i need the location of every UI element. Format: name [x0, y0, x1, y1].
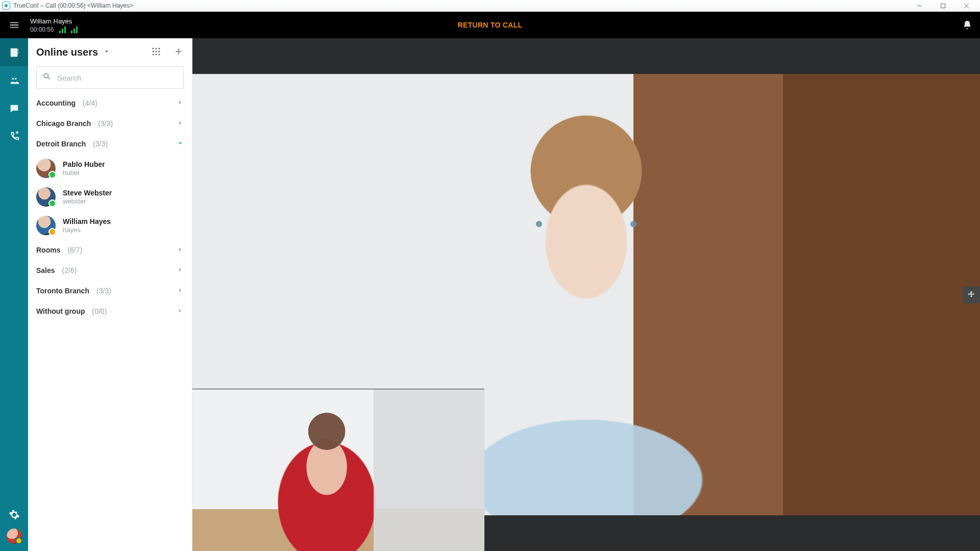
self-avatar[interactable] — [7, 529, 22, 544]
svg-point-3 — [158, 47, 160, 49]
chevron-down-icon — [177, 140, 184, 148]
chevron-right-icon — [177, 287, 184, 295]
nav-settings[interactable] — [0, 500, 28, 529]
app-topbar: William Hayes 00:00:56 RETURN TO CALL — [0, 12, 980, 38]
nav-contacts[interactable] — [0, 38, 28, 66]
svg-point-4 — [153, 51, 154, 52]
svg-point-7 — [153, 54, 154, 55]
menu-button[interactable] — [0, 12, 28, 38]
panel-filter-dropdown[interactable] — [103, 48, 110, 57]
svg-point-9 — [158, 54, 160, 55]
contact-row[interactable]: Steve Webster webster — [28, 183, 192, 211]
add-contact-button[interactable] — [174, 46, 184, 59]
group-toronto[interactable]: Toronto Branch (3/3) — [28, 281, 192, 301]
group-rooms[interactable]: Rooms (6/7) — [28, 240, 192, 260]
chevron-right-icon — [177, 246, 184, 255]
move-handle-button[interactable] — [963, 286, 980, 304]
group-sales[interactable]: Sales (2/6) — [28, 260, 192, 281]
chevron-right-icon — [177, 99, 184, 108]
search-field[interactable] — [36, 66, 184, 89]
window-maximize-button[interactable] — [931, 0, 954, 12]
nav-chat[interactable] — [0, 94, 28, 122]
stage-top-bar — [192, 38, 980, 74]
chevron-right-icon — [177, 119, 184, 128]
window-title: TrueConf – Call (00:00:56) <William Haye… — [13, 2, 133, 9]
contact-row[interactable]: Pablo Huber huber — [28, 154, 192, 183]
chevron-right-icon — [177, 307, 184, 316]
nav-conferences[interactable] — [0, 66, 28, 94]
svg-point-1 — [153, 47, 154, 49]
dialpad-icon[interactable] — [151, 46, 161, 59]
signal-icon-remote — [71, 26, 78, 33]
group-detroit[interactable]: Detroit Branch (3/3) — [28, 134, 192, 154]
os-titlebar: TrueConf – Call (00:00:56) <William Haye… — [0, 0, 980, 12]
svg-point-6 — [158, 51, 160, 52]
return-to-call-button[interactable]: RETURN TO CALL — [458, 21, 523, 29]
avatar — [36, 187, 56, 207]
group-without[interactable]: Without group (0/0) — [28, 301, 192, 321]
signal-icon-local — [59, 26, 66, 33]
svg-point-2 — [155, 47, 157, 49]
search-icon — [42, 71, 52, 84]
chevron-right-icon — [177, 266, 184, 275]
svg-point-8 — [155, 54, 157, 55]
notifications-button[interactable] — [954, 12, 980, 38]
app-icon — [2, 2, 10, 10]
svg-point-5 — [155, 51, 157, 52]
nav-rail — [0, 38, 28, 551]
contact-row[interactable]: William Hayes hayes — [28, 211, 192, 240]
group-accounting[interactable]: Accounting (4/4) — [28, 93, 192, 113]
window-close-button[interactable] — [954, 0, 978, 12]
group-chicago[interactable]: Chicago Branch (3/3) — [28, 113, 192, 134]
active-caller-name: William Hayes — [30, 17, 78, 25]
window-minimize-button[interactable] — [908, 0, 931, 12]
self-video-pip[interactable] — [192, 389, 484, 551]
panel-title: Online users — [36, 46, 98, 58]
search-input[interactable] — [57, 73, 178, 82]
avatar — [36, 216, 56, 235]
nav-dialer[interactable] — [0, 122, 28, 151]
svg-rect-0 — [941, 4, 945, 8]
avatar — [36, 159, 56, 178]
contacts-panel: Online users Account — [28, 38, 192, 551]
call-timer: 00:00:56 — [30, 26, 54, 33]
video-stage — [192, 38, 980, 551]
